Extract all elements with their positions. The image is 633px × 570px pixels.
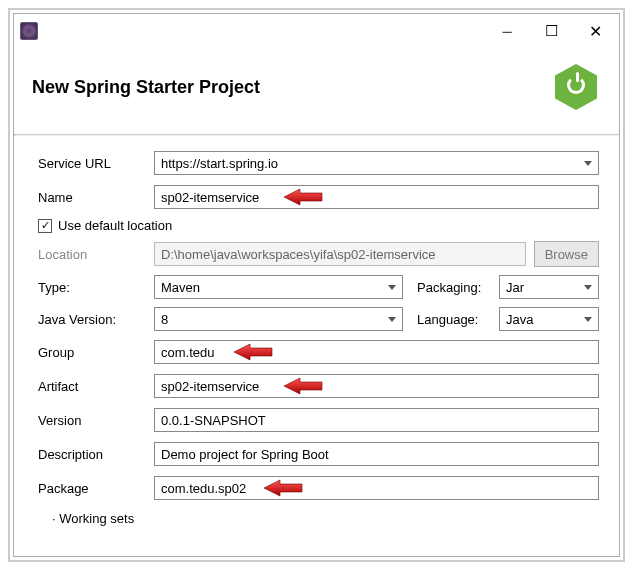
titlebar: ─ ☐ ✕ [14,14,619,48]
dialog-title: New Spring Starter Project [32,77,551,98]
package-field[interactable]: com.tedu.sp02 [154,476,599,500]
version-field[interactable]: 0.0.1-SNAPSHOT [154,408,599,432]
packaging-label: Packaging: [411,280,491,295]
description-field[interactable]: Demo project for Spring Boot [154,442,599,466]
dialog-window: ─ ☐ ✕ New Spring Starter Project Service… [13,13,620,557]
group-label: Group [38,345,146,360]
java-version-select[interactable]: 8 [154,307,403,331]
group-field[interactable]: com.tedu [154,340,599,364]
working-sets-section: · Working sets [38,509,599,526]
use-default-location-label: Use default location [58,218,172,233]
package-label: Package [38,481,146,496]
spring-logo-icon [551,62,601,112]
use-default-location-checkbox[interactable]: ✓ [38,219,52,233]
name-label: Name [38,190,146,205]
version-label: Version [38,413,146,428]
location-field: D:\home\java\workspaces\yifa\sp02-itemse… [154,242,526,266]
form-area: Service URL https://start.spring.io Name… [14,136,619,526]
type-select[interactable]: Maven [154,275,403,299]
type-label: Type: [38,280,146,295]
language-select[interactable]: Java [499,307,599,331]
close-button[interactable]: ✕ [573,16,617,46]
language-label: Language: [411,312,491,327]
artifact-label: Artifact [38,379,146,394]
eclipse-icon [20,22,38,40]
java-version-label: Java Version: [38,312,146,327]
browse-button: Browse [534,241,599,267]
service-url-field[interactable]: https://start.spring.io [154,151,599,175]
minimize-button[interactable]: ─ [485,16,529,46]
name-field[interactable]: sp02-itemservice [154,185,599,209]
description-label: Description [38,447,146,462]
maximize-button[interactable]: ☐ [529,16,573,46]
service-url-label: Service URL [38,156,146,171]
location-label: Location [38,247,146,262]
dialog-header: New Spring Starter Project [14,48,619,134]
packaging-select[interactable]: Jar [499,275,599,299]
artifact-field[interactable]: sp02-itemservice [154,374,599,398]
